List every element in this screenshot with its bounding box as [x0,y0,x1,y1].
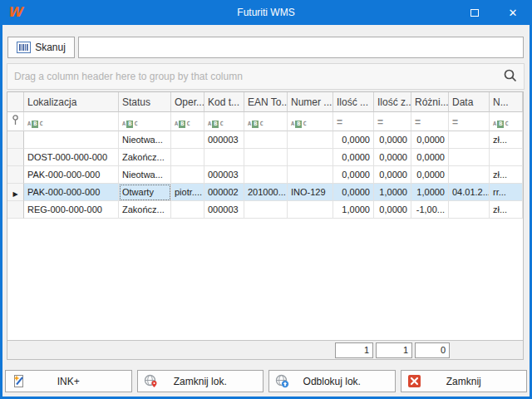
cell-ilość-z[interactable]: 0,0000 [374,149,411,166]
row-indicator[interactable] [7,149,24,166]
filter-cell-ean-to[interactable]: ABC [244,112,288,131]
filter-cell-kod-t[interactable]: ABC [204,112,244,131]
cell-kod-t[interactable]: 000003 [204,166,244,184]
filter-cell-oper[interactable]: ABC [171,112,204,131]
row-indicator-header[interactable] [7,92,24,112]
cell-lokalizacja[interactable] [24,131,119,149]
cell-kod-t[interactable]: 000002 [204,184,244,201]
maximize-button[interactable] [456,0,494,25]
column-header-ilość-z[interactable]: Ilość z... [374,92,411,112]
cell-numer[interactable] [288,149,333,166]
cell-numer[interactable]: INO-129 [288,184,333,201]
cell-różni[interactable]: 0,0000 [411,166,449,184]
filter-cell-różni[interactable]: = [411,112,449,131]
cell-lokalizacja[interactable]: REG-000-000-000 [24,201,119,219]
row-indicator[interactable]: ▶ [7,184,24,201]
equals-filter-icon: = [337,116,342,128]
cell-status[interactable]: Zakończ... [119,149,171,166]
filter-row-indicator[interactable] [7,112,24,131]
column-header-kod-t[interactable]: Kod t... [204,92,244,112]
cell-oper[interactable]: piotr.... [171,184,204,201]
cell-numer[interactable] [288,201,333,219]
data-grid: LokalizacjaStatusOper...Kod t...EAN To..… [7,91,524,360]
cell-lokalizacja[interactable]: DOST-000-000-000 [24,149,119,166]
filter-cell-n[interactable]: ABC [490,112,523,131]
cell-ilość-z[interactable]: 0,0000 [374,201,411,219]
grid-footer: 1 1 0 [7,340,523,359]
cell-n[interactable]: zł... [490,131,523,149]
row-indicator[interactable] [7,201,24,219]
cell-data[interactable] [449,131,490,149]
cell-oper[interactable] [171,166,204,184]
column-header-ilość[interactable]: Ilość ... [333,92,374,112]
cell-status[interactable]: Otwarty [119,184,171,201]
cell-kod-t[interactable]: 000003 [204,131,244,149]
filter-cell-data[interactable]: = [449,112,490,131]
cell-różni[interactable]: -1,00... [411,201,449,219]
column-header-ean-to[interactable]: EAN To... [244,92,288,112]
close-button[interactable]: ✕ [494,0,532,25]
cell-ean-to[interactable] [244,149,288,166]
cell-ean-to[interactable] [244,201,288,219]
cell-ilość-z[interactable]: 0,0000 [374,166,411,184]
cell-różni[interactable]: 1,0000 [411,184,449,201]
filter-cell-ilość[interactable]: = [333,112,374,131]
cell-numer[interactable] [288,166,333,184]
cell-kod-t[interactable] [204,149,244,166]
column-header-numer[interactable]: Numer ... [288,92,333,112]
filter-cell-numer[interactable]: ABC [288,112,333,131]
cell-status[interactable]: Nieotwa... [119,131,171,149]
cell-ilość[interactable]: 0,0000 [333,166,374,184]
cell-ilość[interactable]: 0,0000 [333,149,374,166]
column-header-różni[interactable]: Różni... [411,92,449,112]
column-header-status[interactable]: Status [119,92,171,112]
cell-data[interactable] [449,166,490,184]
search-button[interactable] [502,68,519,85]
cell-różni[interactable]: 0,0000 [411,131,449,149]
cell-kod-t[interactable]: 000003 [204,201,244,219]
column-header-n[interactable]: N... [490,92,523,112]
column-header-row: LokalizacjaStatusOper...Kod t...EAN To..… [7,92,523,112]
cell-data[interactable] [449,149,490,166]
cell-ilość-z[interactable]: 0,0000 [374,131,411,149]
unlock-location-button[interactable]: Odblokuj lok. [268,370,396,392]
close-window-button[interactable]: Zamknij [401,370,528,392]
cell-oper[interactable] [171,131,204,149]
cell-ilość[interactable]: 1,0000 [333,201,374,219]
cell-data[interactable] [449,201,490,219]
cell-data[interactable]: 04.01.2... [449,184,490,201]
cell-numer[interactable] [288,131,333,149]
filter-cell-lokalizacja[interactable]: ABC [24,112,119,131]
cell-ilość[interactable]: 0,0000 [333,184,374,201]
cell-status[interactable]: Nieotwa... [119,166,171,184]
scan-button[interactable]: Skanuj [7,37,75,58]
filter-cell-ilość-z[interactable]: = [374,112,411,131]
close-location-button[interactable]: Zamknij lok. [137,370,264,392]
cell-n[interactable]: zł... [490,166,523,184]
row-indicator[interactable] [7,131,24,149]
barcode-icon [17,42,31,53]
ink-plus-button[interactable]: INK+ [5,370,132,392]
cell-lokalizacja[interactable]: PAK-000-000-000 [24,184,119,201]
group-by-panel[interactable]: Drag a column header here to group by th… [7,63,525,90]
cell-lokalizacja[interactable]: PAK-000-000-000 [24,166,119,184]
cell-ean-to[interactable]: 201000... [244,184,288,201]
cell-ilość[interactable]: 0,0000 [333,131,374,149]
cell-n[interactable]: rr... [490,184,523,201]
scan-input[interactable] [78,37,524,58]
cell-n[interactable] [490,149,523,166]
column-header-data[interactable]: Data [449,92,490,112]
cell-oper[interactable] [171,149,204,166]
cell-ean-to[interactable] [244,131,288,149]
cell-ean-to[interactable] [244,166,288,184]
row-indicator[interactable] [7,166,24,184]
cell-n[interactable]: zł... [490,201,523,219]
cell-oper[interactable] [171,201,204,219]
cell-status[interactable]: Zakończ... [119,201,171,219]
table-row: PAK-000-000-000Nieotwa...0000030,00000,0… [7,166,523,184]
filter-cell-status[interactable]: ABC [119,112,171,131]
cell-ilość-z[interactable]: 1,0000 [374,184,411,201]
column-header-oper[interactable]: Oper... [171,92,204,112]
cell-różni[interactable]: 0,0000 [411,149,449,166]
column-header-lokalizacja[interactable]: Lokalizacja [24,92,119,112]
